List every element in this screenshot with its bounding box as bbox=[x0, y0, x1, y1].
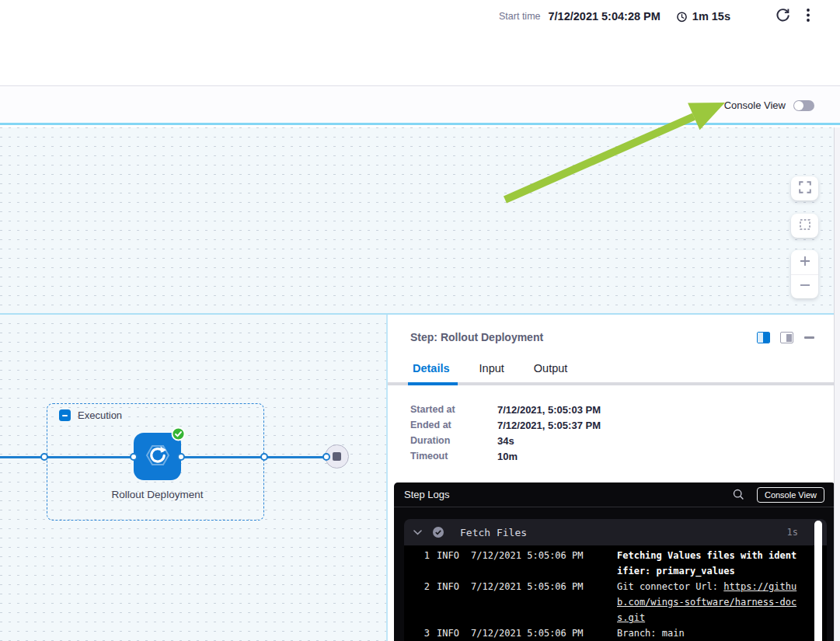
fit-to-screen-button[interactable] bbox=[791, 214, 818, 238]
log-level: INFO bbox=[437, 548, 471, 579]
detail-label: Ended at bbox=[410, 420, 497, 430]
log-message: Branch: main bbox=[617, 625, 801, 641]
execution-group-label: Execution bbox=[78, 409, 122, 421]
detail-label: Duration bbox=[410, 435, 497, 446]
chevron-down-icon bbox=[413, 530, 422, 535]
start-time-label: Start time bbox=[499, 11, 541, 22]
detail-value: 7/12/2021, 5:05:03 PM bbox=[497, 404, 601, 416]
toggle-knob bbox=[794, 101, 803, 110]
minimize-panel-button[interactable] bbox=[804, 332, 815, 343]
panel-tabs: Details Input Output bbox=[408, 362, 592, 374]
log-line: 2 INFO 7/12/2021 5:05:06 PM Git connecto… bbox=[404, 579, 827, 625]
zoom-in-icon bbox=[799, 255, 811, 270]
log-message: Git connector Url: https://github.com/wi… bbox=[617, 579, 801, 625]
top-header: Start time 7/12/2021 5:04:28 PM 1m 15s bbox=[0, 0, 840, 86]
step-logs-title: Step Logs bbox=[404, 489, 450, 500]
refresh-icon bbox=[776, 8, 790, 25]
log-message-prefix: Git connector Url: bbox=[617, 581, 723, 592]
zoom-button-group bbox=[791, 250, 818, 298]
connector-port bbox=[322, 453, 330, 461]
elapsed-duration: 1m 15s bbox=[692, 10, 730, 23]
log-timestamp: 7/12/2021 5:05:06 PM bbox=[471, 625, 617, 641]
console-view-label: Console View bbox=[724, 99, 786, 111]
console-view-button[interactable]: Console View bbox=[757, 487, 824, 503]
console-view-toggle[interactable] bbox=[793, 100, 814, 111]
log-section-duration: 1s bbox=[787, 527, 798, 538]
more-options-button[interactable] bbox=[804, 6, 812, 26]
active-tab-underline bbox=[408, 382, 458, 385]
panel-title: Step: Rollout Deployment bbox=[410, 331, 543, 343]
connector-port bbox=[130, 453, 138, 461]
log-level: INFO bbox=[437, 625, 471, 641]
stop-icon bbox=[333, 452, 341, 461]
log-timestamp: 7/12/2021 5:05:06 PM bbox=[471, 579, 617, 625]
step-success-icon bbox=[432, 526, 444, 538]
pipeline-execution-page: Start time 7/12/2021 5:04:28 PM 1m 15s C… bbox=[0, 0, 840, 641]
log-level: INFO bbox=[437, 579, 471, 625]
log-line: 3 INFO 7/12/2021 5:05:06 PM Branch: main bbox=[404, 625, 827, 641]
rollout-icon bbox=[144, 441, 172, 472]
log-line-number: 3 bbox=[404, 625, 430, 641]
step-logs-header: Step Logs Console View bbox=[394, 482, 835, 507]
logs-scrollbar[interactable] bbox=[814, 521, 822, 641]
detail-label: Timeout bbox=[410, 451, 497, 462]
clock-icon bbox=[676, 11, 688, 23]
log-section-header[interactable]: Fetch Files 1s bbox=[404, 519, 827, 545]
connector-port bbox=[40, 453, 48, 461]
detail-value: 7/12/2021, 5:05:37 PM bbox=[497, 420, 601, 431]
search-icon[interactable] bbox=[733, 489, 744, 500]
split-view-icon[interactable] bbox=[757, 332, 770, 343]
kebab-menu-icon bbox=[806, 8, 810, 25]
log-message: Fetching Values files with identifier: p… bbox=[617, 548, 801, 579]
success-check-icon bbox=[171, 427, 186, 444]
log-lines: 1 INFO 7/12/2021 5:05:06 PM Fetching Val… bbox=[404, 545, 827, 641]
connector-port bbox=[260, 453, 268, 461]
step-details-panel: Step: Rollout Deployment Details Input O… bbox=[386, 315, 834, 641]
log-line-number: 1 bbox=[404, 548, 430, 579]
detail-value: 34s bbox=[497, 435, 514, 447]
fit-to-screen-icon bbox=[799, 218, 811, 233]
detail-row: Ended at 7/12/2021, 5:05:37 PM bbox=[410, 417, 601, 433]
start-time-value: 7/12/2021 5:04:28 PM bbox=[549, 10, 660, 23]
log-timestamp: 7/12/2021 5:05:06 PM bbox=[471, 548, 617, 579]
zoom-out-icon bbox=[799, 279, 811, 294]
log-line-number: 2 bbox=[404, 579, 430, 625]
detail-label: Started at bbox=[410, 404, 497, 415]
zoom-in-button[interactable] bbox=[791, 250, 818, 274]
execution-group-header[interactable]: Execution bbox=[59, 409, 122, 421]
connector-port bbox=[177, 453, 185, 461]
run-metadata: Start time 7/12/2021 5:04:28 PM 1m 15s bbox=[499, 7, 812, 26]
bottom-view-icon[interactable] bbox=[780, 332, 793, 343]
detail-row: Timeout 10m bbox=[410, 448, 601, 464]
console-view-control: Console View bbox=[724, 99, 814, 111]
collapse-group-icon[interactable] bbox=[59, 409, 71, 421]
panel-view-controls bbox=[757, 332, 815, 343]
node-label: Rollout Deployment bbox=[110, 486, 204, 503]
zoom-out-button[interactable] bbox=[791, 274, 818, 298]
refresh-button[interactable] bbox=[774, 6, 792, 26]
rollout-deployment-node[interactable] bbox=[134, 433, 181, 480]
detail-value: 10m bbox=[497, 451, 518, 462]
page-scrollbar-gutter[interactable] bbox=[834, 127, 840, 641]
log-section-name: Fetch Files bbox=[460, 527, 527, 538]
tab-input[interactable]: Input bbox=[475, 362, 509, 374]
log-line: 1 INFO 7/12/2021 5:05:06 PM Fetching Val… bbox=[404, 548, 827, 579]
step-logs-panel: Step Logs Console View Fetch Files 1s 1 bbox=[394, 482, 835, 641]
tab-output[interactable]: Output bbox=[529, 362, 573, 374]
detail-row: Duration 34s bbox=[410, 433, 601, 448]
fullscreen-icon bbox=[799, 181, 811, 196]
stage-toolbar: Console View bbox=[0, 87, 840, 125]
fullscreen-button[interactable] bbox=[791, 176, 818, 200]
tab-details[interactable]: Details bbox=[408, 362, 455, 374]
step-detail-fields: Started at 7/12/2021, 5:05:03 PM Ended a… bbox=[410, 402, 601, 464]
minimize-icon bbox=[804, 336, 814, 339]
detail-row: Started at 7/12/2021, 5:05:03 PM bbox=[410, 402, 601, 417]
